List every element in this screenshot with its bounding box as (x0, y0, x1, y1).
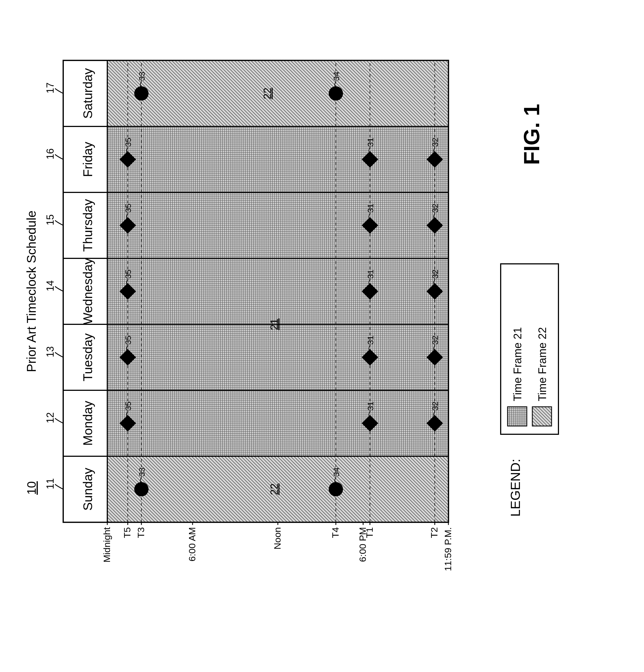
col-ref: 13 (45, 346, 56, 357)
marker-ref: 32 (431, 401, 440, 411)
y-tick: 11:59 P.M. (443, 527, 453, 571)
col-ref: 17 (45, 82, 56, 94)
y-tick: T4 (330, 527, 341, 538)
marker-ref: 35 (124, 401, 132, 411)
day-header: Saturday (81, 68, 95, 119)
marker-ref: 34 (332, 468, 341, 477)
legend-swatch-21 (507, 407, 527, 426)
y-tick: 6:00 AM (187, 527, 197, 562)
marker-ref: 35 (124, 269, 132, 279)
legend-text-22: Time Frame 22 (536, 327, 548, 401)
day-header: Friday (81, 142, 95, 177)
col-ref: 12 (45, 412, 56, 423)
marker-ref: 35 (124, 138, 132, 147)
legend-label: LEGEND: (508, 459, 523, 517)
timeclock-chart: Prior Art Timeclock Schedule 10 Sunday11… (0, 0, 644, 672)
zone-22-label: 22 (262, 88, 273, 99)
y-tick: T2 (429, 527, 439, 538)
y-tick: Midnight (102, 527, 112, 562)
legend-text-21: Time Frame 21 (512, 327, 524, 401)
marker-ref: 32 (431, 269, 440, 279)
marker-ref: 33 (137, 468, 147, 477)
chart-title: Prior Art Timeclock Schedule (24, 211, 38, 372)
col-ref: 11 (45, 478, 56, 489)
y-tick: T5 (122, 527, 132, 538)
day-header: Tuesday (81, 333, 95, 382)
marker-ref: 31 (366, 401, 375, 411)
col-ref: 15 (45, 214, 56, 225)
marker-ref: 31 (366, 204, 375, 213)
day-header: Thursday (81, 199, 95, 252)
day-header: Wednesday (81, 258, 95, 325)
y-tick: T3 (136, 527, 146, 538)
zone-22-label: 22 (269, 483, 280, 495)
marker-ref: 32 (431, 204, 440, 213)
marker-ref: 34 (332, 72, 341, 81)
marker-ref: 31 (366, 336, 375, 345)
day-header: Monday (81, 401, 95, 446)
day-body (107, 127, 448, 192)
day-header: Sunday (81, 468, 95, 511)
marker-ref: 35 (124, 204, 132, 213)
marker-ref: 35 (124, 336, 132, 345)
day-body (107, 192, 448, 259)
zone-21-label: 21 (269, 319, 280, 330)
legend-swatch-22 (532, 407, 552, 426)
y-tick: T1 (364, 527, 375, 538)
day-body (107, 259, 448, 324)
col-ref: 16 (45, 148, 56, 159)
marker-ref: 31 (366, 138, 375, 147)
day-body (107, 390, 448, 456)
marker-ref: 31 (366, 269, 375, 279)
day-body (107, 324, 448, 390)
col-ref: 14 (45, 280, 56, 291)
y-tick: Noon (272, 527, 282, 549)
marker-ref: 32 (431, 138, 440, 147)
marker-ref: 33 (137, 72, 147, 81)
ref-10: 10 (25, 481, 38, 495)
figure-label: FIG. 1 (519, 104, 544, 165)
marker-ref: 32 (431, 336, 440, 345)
day-body (107, 60, 448, 127)
